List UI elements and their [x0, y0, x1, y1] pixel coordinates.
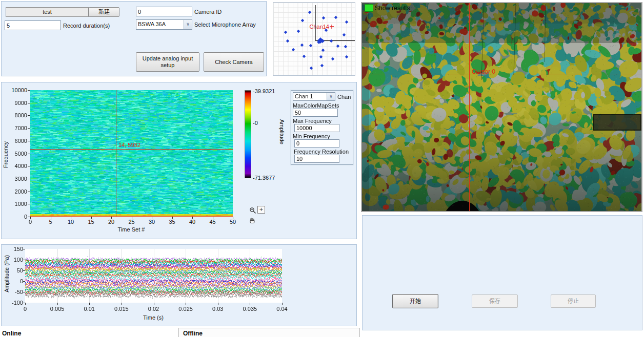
tick-label: 15	[81, 219, 102, 225]
channel-controls-box: Chan 1 ∨ Chan MaxColorMapSets Max Freque…	[291, 90, 353, 165]
chevron-down-icon: ∨	[327, 93, 335, 100]
camera-cursor-hline[interactable]	[362, 74, 641, 74]
tick-mark	[28, 179, 30, 179]
tick-mark	[30, 217, 31, 219]
session-name-field[interactable]: test	[6, 7, 89, 17]
camera-id-label: Camera ID	[194, 9, 222, 15]
spectrogram-cursor-label: 14, 5932	[118, 142, 140, 148]
field-label: MaxColorMapSets	[293, 102, 351, 109]
update-analog-input-button[interactable]: Update analog input setup	[136, 52, 199, 72]
tick-label: 0.04	[271, 306, 293, 312]
tick-mark	[28, 128, 30, 129]
tick-mark	[111, 217, 112, 219]
min-frequency-input[interactable]	[294, 139, 339, 148]
waveform-plot	[25, 249, 282, 303]
camera-cursor-vline[interactable]	[469, 3, 470, 211]
stop-button[interactable]: 停止	[551, 294, 596, 308]
spectrogram-cursor-vline[interactable]	[116, 90, 116, 217]
offline-status-field: Offline	[178, 328, 360, 337]
acoustic-camera-view[interactable]: Cursor 0 Show results	[361, 2, 642, 212]
tick-mark	[186, 303, 186, 305]
spectrogram-x-axis-label: Time Set #	[106, 226, 157, 233]
camera-cursor-label: Cursor 0	[472, 68, 495, 75]
tick-mark	[122, 303, 122, 305]
colorbar-max-label: -39.9321	[253, 88, 275, 94]
tick-mark	[233, 217, 233, 219]
tick-label: 100	[9, 257, 23, 263]
tick-label: 50	[9, 267, 23, 273]
tick-label: 0.005	[46, 306, 69, 312]
spectrogram-cursor-hline[interactable]	[30, 149, 233, 150]
tick-mark	[89, 303, 90, 305]
frequency-resolution-input[interactable]	[294, 155, 339, 163]
show-results-led[interactable]	[365, 4, 373, 12]
tick-label: 0	[20, 219, 41, 225]
tick-mark	[28, 217, 30, 217]
tick-mark	[71, 217, 71, 219]
tick-mark	[192, 217, 193, 219]
new-session-button[interactable]: 新建	[89, 7, 119, 17]
tick-mark	[25, 303, 26, 305]
online-status-label: Online	[2, 330, 21, 337]
tick-label: 9000	[7, 100, 27, 106]
tick-mark	[23, 281, 25, 282]
tick-label: 1000	[7, 201, 27, 207]
mic-array-select-value: BSWA 36A	[136, 20, 184, 29]
max-colormap-sets-input[interactable]	[293, 109, 338, 117]
tick-label: 25	[122, 219, 142, 225]
tick-mark	[28, 192, 30, 192]
show-results-label: Show results	[375, 5, 410, 12]
tick-mark	[23, 249, 25, 249]
tick-mark	[28, 103, 30, 103]
tick-mark	[132, 217, 132, 219]
camera-id-input[interactable]	[136, 7, 192, 16]
tick-label: 30	[142, 219, 162, 225]
tick-mark	[23, 260, 25, 260]
tick-label: 20	[101, 219, 122, 225]
mic-array-points: Chan14	[273, 3, 355, 75]
tick-label: 8000	[7, 112, 27, 118]
tick-mark	[213, 217, 213, 219]
mic-array-plot[interactable]: Chan14	[273, 2, 355, 76]
tick-label: -50	[9, 289, 23, 295]
check-camera-button[interactable]: Check Camera	[204, 52, 264, 72]
tick-mark	[154, 303, 154, 305]
amplitude-colorbar	[245, 90, 251, 178]
record-duration-input[interactable]	[5, 20, 61, 30]
tick-mark	[28, 154, 30, 154]
tick-mark	[28, 115, 30, 116]
save-button[interactable]: 保存	[472, 294, 518, 308]
tick-label: 0	[9, 278, 23, 284]
tick-label: 40	[182, 219, 203, 225]
field-label: Frequency Resolution	[294, 149, 351, 155]
tick-label: 2000	[7, 188, 27, 195]
field-label: Min Frequency	[293, 133, 351, 139]
channel-select[interactable]: Chan 1 ∨	[293, 92, 335, 101]
mic-array-select[interactable]: BSWA 36A ∨	[136, 19, 192, 30]
zoom-tool-icon[interactable]	[249, 207, 257, 215]
cursor-tool-icon[interactable]: +	[257, 206, 265, 214]
pan-tool-icon[interactable]	[249, 217, 256, 224]
waveform-panel: Amplitude (Pa) Time (s) 150100500-50-100…	[1, 244, 357, 326]
tick-label: 45	[203, 219, 223, 225]
svg-text:Chan14: Chan14	[309, 24, 329, 30]
record-duration-label: Record duration(s)	[63, 23, 110, 29]
waveform-x-axis-label: Time (s)	[128, 314, 179, 321]
tick-label: 6000	[7, 138, 27, 144]
tick-label: 0.01	[78, 306, 100, 312]
tick-label: 150	[9, 246, 23, 252]
tick-mark	[172, 217, 173, 219]
tick-label: 35	[162, 219, 183, 225]
tick-mark	[28, 90, 30, 91]
tick-label: 10	[61, 219, 81, 225]
tick-mark	[28, 166, 30, 166]
tick-label: 0.025	[174, 306, 197, 312]
max-frequency-input[interactable]	[294, 124, 339, 132]
colorbar-mid-label: -0	[253, 120, 258, 126]
tick-mark	[218, 303, 218, 305]
run-control-panel: 开始 保存 停止	[362, 215, 642, 330]
tick-mark	[51, 217, 51, 219]
tick-mark	[91, 217, 92, 219]
start-button[interactable]: 开始	[392, 294, 438, 308]
spectrogram-plot[interactable]: 14, 5932	[30, 90, 233, 217]
